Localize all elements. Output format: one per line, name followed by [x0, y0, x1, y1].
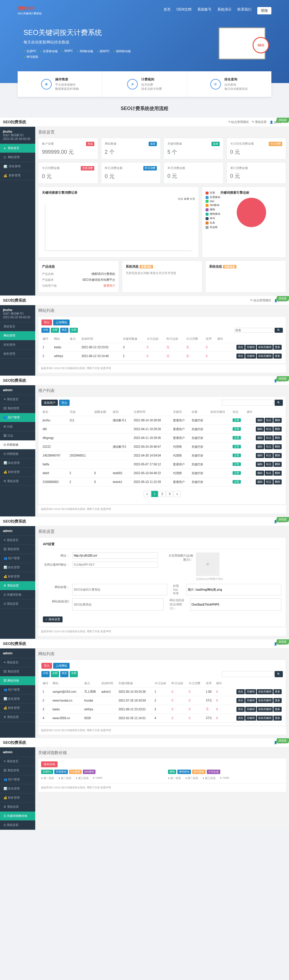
dashboard-icon: ◉ [41, 79, 52, 89]
action-button[interactable]: 编辑 [256, 426, 264, 432]
action-button[interactable]: 更多 [273, 698, 282, 703]
action-button[interactable]: 关键词 [245, 689, 256, 694]
action-button[interactable]: 编辑 [256, 444, 264, 449]
action-button[interactable]: 编辑 [256, 479, 264, 484]
action-button[interactable]: 更多 [273, 345, 282, 350]
action-button[interactable]: 添加关键词 [257, 707, 273, 712]
action-button[interactable]: 关键词 [245, 707, 256, 712]
action-button[interactable]: 站点 [265, 479, 273, 484]
action-button[interactable]: 编辑 [256, 436, 264, 441]
action-button[interactable]: 编辑 [256, 453, 264, 458]
action-button[interactable]: 添加关键词 [257, 345, 273, 350]
action-button[interactable]: 删除 [273, 444, 282, 449]
chart-tab[interactable]: 本周 [184, 197, 189, 200]
search-input[interactable] [235, 328, 273, 333]
action-button[interactable]: 更多 [273, 353, 282, 358]
add-user-button[interactable]: 添加用户 [42, 399, 58, 406]
tool-settings[interactable]: ✎ 系统设置 [252, 120, 267, 124]
menu-site[interactable]: ☷ 网站管理 [0, 153, 35, 162]
action-button[interactable]: 站点 [265, 444, 273, 449]
search-button[interactable]: 🔍 [275, 328, 283, 333]
nav-account[interactable]: 系统账号 [197, 7, 211, 14]
action-button[interactable]: 关键词 [245, 353, 256, 358]
user-table: 账名充值提醒金额级别注册时间关键词余额添加关键词状态操作jinzhu111测试帐… [42, 408, 283, 487]
action-button[interactable]: 添加关键词 [257, 716, 273, 721]
action-button[interactable]: 编辑 [256, 471, 264, 476]
nav-oem[interactable]: OEM文档 [177, 7, 192, 14]
action-button[interactable]: 删除 [273, 436, 282, 441]
action-button[interactable]: 关键词 [245, 698, 256, 703]
action-button[interactable]: 优化 [236, 353, 245, 358]
site-table: 编号网站备注添加时间关键词数量今日达标昨日达标今日消费排序操作 1baidu20… [42, 335, 283, 361]
action-button[interactable]: 更多 [273, 707, 282, 712]
tool-site[interactable]: ✎ 站点管理测试 [228, 120, 249, 124]
action-button[interactable]: 删除 [273, 471, 282, 476]
nav-home[interactable]: 首页 [164, 7, 171, 14]
chart-tab[interactable]: 今日 [178, 197, 183, 200]
page-2[interactable]: 2 [159, 491, 166, 497]
table-row: 2whhlys2021-08-12 23:14:4020无无0优化关键词添加关键… [42, 352, 283, 361]
action-button[interactable]: 删除 [273, 453, 282, 458]
action-button[interactable]: 优化 [236, 345, 245, 350]
action-button[interactable]: 站点 [265, 436, 273, 441]
action-button[interactable]: 优化 [236, 707, 245, 712]
action-button[interactable]: 删除 [273, 426, 282, 432]
action-button[interactable]: 更多 [273, 716, 282, 721]
table-row: 2www.huodai.cnhuodai2021-07-26 16:33:592… [42, 696, 283, 705]
page-3[interactable]: 3 [166, 491, 173, 497]
action-button[interactable]: 站点 [265, 471, 273, 476]
action-button[interactable]: 优化 [236, 689, 245, 694]
login-button[interactable]: 登陆 [257, 7, 271, 14]
upload-button[interactable]: 上传网站 [53, 320, 70, 325]
hero-subtitle: 每天自动更新网站排名数据 [24, 40, 131, 45]
menu-home[interactable]: ✦ 系统首页 [0, 144, 35, 153]
action-button[interactable]: 删除 [273, 418, 282, 423]
system-news: 系统消息 查看消息无群信息后台功能 请后台关注官方消息 [122, 261, 203, 293]
table-row: 210000000120testok12022-05-10 11:22:28普通… [42, 478, 283, 487]
menu-finance[interactable]: 💰 财务管理 [0, 171, 35, 180]
stat-card: 本月消费金额0 元 [164, 162, 224, 184]
action-button[interactable]: 站点 [265, 426, 273, 432]
action-button[interactable]: 添加关键词 [257, 353, 273, 358]
table-row: jinzhu111测试帐号12021-08-14 18:30:58普通用户充值打… [42, 416, 283, 425]
action-button[interactable]: 优化 [236, 698, 245, 703]
page-prev[interactable]: « [144, 491, 151, 497]
close-reg-input[interactable] [72, 562, 158, 568]
page-1[interactable]: 1 [151, 491, 158, 497]
action-button[interactable]: 优化 [236, 716, 245, 721]
shield-icon: ⛨ [210, 79, 221, 89]
menu-rank[interactable]: 📊 排名查询 [0, 162, 35, 171]
qr-placeholder[interactable]: 图 [196, 552, 219, 576]
stat-card: 关键词数量添加5 个 [164, 138, 224, 159]
action-button[interactable]: 编辑 [256, 462, 264, 467]
action-button[interactable]: 关键词 [245, 345, 256, 350]
action-button[interactable]: 添加关键词 [257, 689, 273, 694]
nav-contact[interactable]: 联系我们 [237, 7, 251, 14]
action-button[interactable]: 站点 [265, 453, 273, 458]
action-button[interactable]: 删除 [273, 479, 282, 484]
action-button[interactable]: 站点 [265, 462, 273, 467]
action-button[interactable]: 关键词 [245, 716, 256, 721]
action-button[interactable]: 添加关键词 [257, 698, 273, 703]
system-info: 系统信息 系统信息 [205, 261, 286, 293]
hero-title: SEO关键词按天计费系统 [24, 28, 131, 37]
action-button[interactable]: 删除 [273, 462, 282, 467]
stat-card: 网站数量添加2 个 [101, 138, 161, 159]
export-button[interactable]: 导出 [42, 320, 52, 325]
chart-tab[interactable]: 今月 [190, 197, 195, 200]
table-row: 1xsmgm@163.com无上面板admin12022-05-14 20:24… [42, 687, 283, 696]
action-button[interactable]: 更多 [273, 689, 282, 694]
nav-demo[interactable]: 系统演示 [217, 7, 232, 14]
page-next[interactable]: » [174, 491, 180, 497]
api-url-input[interactable] [72, 552, 158, 558]
corner-badge: 授权版 [276, 118, 289, 123]
table-row: dfsgregy2022-04-11 19:28:35普通用户充值打折正常编辑站… [42, 434, 283, 442]
action-button[interactable]: 编辑 [256, 418, 264, 423]
save-settings-button[interactable]: ✓ 保存设置 [43, 616, 62, 622]
save-price-button[interactable]: 保存价格 [41, 761, 57, 767]
sidebar: jinzhu 你好! 测试帐号1 2022-06-20 09:48:39 ✦ 系… [0, 127, 35, 296]
line-chart [45, 204, 192, 251]
feature-card-2: ◈计费规则按天扣费排名达标才扣费 [102, 71, 187, 97]
action-button[interactable]: 站点 [265, 418, 273, 423]
product-info: 产品信息产品名称博辉SEO计费系统产品版本SEO关键词按天扣费平台当前用户组普通… [38, 261, 119, 293]
